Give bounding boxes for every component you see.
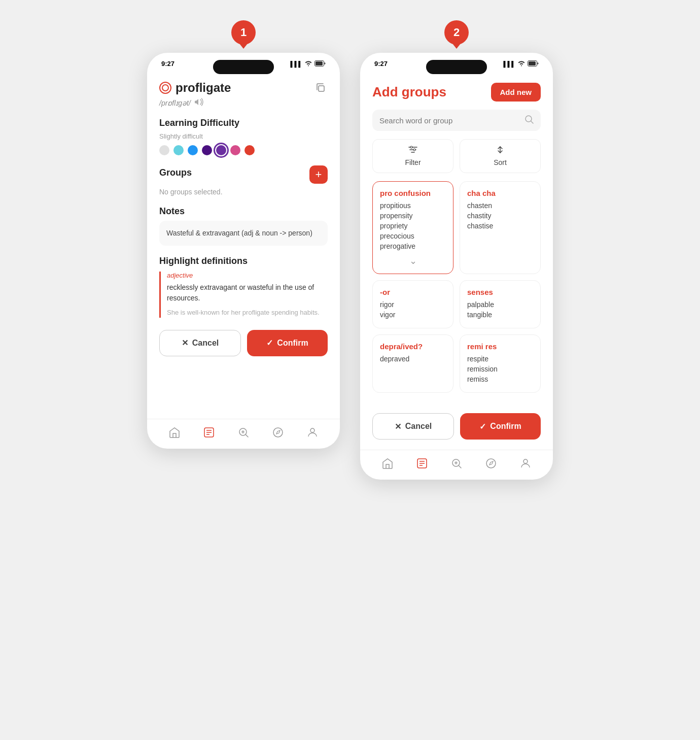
confirm-button-2[interactable]: ✓ Confirm <box>460 413 541 440</box>
cancel-button-1[interactable]: ✕ Cancel <box>159 330 241 356</box>
word-logo: profligate <box>159 81 231 95</box>
group-word-5-2: remiss <box>467 375 533 383</box>
nav-list-1[interactable] <box>203 426 215 439</box>
dot-1[interactable] <box>159 145 169 155</box>
sort-button[interactable]: Sort <box>460 139 541 173</box>
group-word-0-2: propriety <box>380 222 446 230</box>
nav-zoom-2[interactable] <box>450 457 463 469</box>
group-word-0-4: prerogative <box>380 242 446 250</box>
wifi-icon-1 <box>304 60 312 68</box>
group-word-3-1: tangible <box>467 311 533 319</box>
notch-2 <box>426 60 487 74</box>
nav-user-2[interactable] <box>519 457 532 469</box>
phone2-container: 2 9:27 ▌▌▌ <box>360 20 553 480</box>
difficulty-sublabel: Slightly difficult <box>159 132 328 140</box>
audio-icon[interactable] <box>195 98 204 108</box>
phone2-content: Add groups Add new <box>360 73 553 450</box>
svg-point-20 <box>410 146 412 148</box>
notes-title: Notes <box>159 206 328 217</box>
show-more-0[interactable]: ⌄ <box>380 252 446 266</box>
add-groups-title: Add groups <box>372 84 446 100</box>
status-bar-2: 9:27 ▌▌▌ <box>360 53 553 73</box>
group-card-4[interactable]: depra/ived? depraved <box>372 334 453 393</box>
dot-6[interactable] <box>230 145 240 155</box>
learning-difficulty-title: Learning Difficulty <box>159 118 328 128</box>
bottom-nav-1 <box>147 419 340 449</box>
confirm-label-1: Confirm <box>277 339 308 348</box>
groups-grid: pro confusion propitious propensity prop… <box>360 181 553 393</box>
confirm-button-1[interactable]: ✓ Confirm <box>247 330 328 356</box>
step2-badge: 2 <box>444 20 469 45</box>
group-word-3-0: palpable <box>467 300 533 309</box>
group-card-1[interactable]: cha cha chasten chastity chastise <box>460 181 541 274</box>
cancel-x-icon-1: ✕ <box>182 338 188 348</box>
no-groups-text: No groups selected. <box>159 188 328 196</box>
nav-home-2[interactable] <box>381 457 394 469</box>
group-word-0-3: precocious <box>380 232 446 240</box>
groups-header: Groups + <box>159 165 328 184</box>
signal-icon-2: ▌▌▌ <box>504 61 515 67</box>
step1-badge: 1 <box>231 20 256 45</box>
example-text: She is well-known for her profligate spe… <box>167 308 328 318</box>
confirm-check-icon-1: ✓ <box>266 338 273 348</box>
phone1-container: 1 9:27 ▌▌▌ <box>147 20 340 449</box>
pronunciation: /prɒflɪgət/ <box>159 98 328 108</box>
notes-section: Notes Wasteful & extravagant (adj & noun… <box>159 206 328 246</box>
highlight-definitions-section: Highlight definitions adjective reckless… <box>159 256 328 318</box>
nav-compass-1[interactable] <box>272 426 284 439</box>
group-word-1-2: chastise <box>467 222 533 230</box>
confirm-label-2: Confirm <box>490 422 521 431</box>
svg-point-32 <box>523 459 528 463</box>
svg-point-31 <box>486 459 496 468</box>
group-name-5: remi res <box>467 342 533 351</box>
group-card-0[interactable]: pro confusion propitious propensity prop… <box>372 181 453 274</box>
search-bar[interactable] <box>372 110 541 131</box>
nav-list-2[interactable] <box>416 457 428 469</box>
group-word-5-1: remission <box>467 365 533 373</box>
nav-zoom-1[interactable] <box>237 426 250 439</box>
nav-user-1[interactable] <box>306 426 319 439</box>
word-logo-icon <box>159 82 171 94</box>
group-card-2[interactable]: -or rigor vigor <box>372 280 453 328</box>
groups-label: Groups <box>159 167 192 178</box>
phone2: 9:27 ▌▌▌ <box>360 53 553 480</box>
add-new-button[interactable]: Add new <box>491 83 541 102</box>
dot-5[interactable] <box>216 145 226 155</box>
battery-icon-2 <box>528 60 539 68</box>
group-card-5[interactable]: remi res respite remission remiss <box>460 334 541 393</box>
definition-block: adjective recklessly extravagant or wast… <box>159 272 328 318</box>
page-wrapper: 1 9:27 ▌▌▌ <box>147 20 553 480</box>
phone1-content: profligate /prɒflɪgət/ <box>147 73 340 419</box>
cancel-label-1: Cancel <box>192 339 219 348</box>
nav-compass-2[interactable] <box>485 457 497 469</box>
dot-4[interactable] <box>202 145 212 155</box>
cancel-button-2[interactable]: ✕ Cancel <box>372 413 454 440</box>
highlight-definitions-title: Highlight definitions <box>159 256 328 266</box>
learning-difficulty-section: Learning Difficulty Slightly difficult <box>159 118 328 155</box>
dot-3[interactable] <box>188 145 198 155</box>
add-group-button[interactable]: + <box>309 165 328 184</box>
confirm-check-icon-2: ✓ <box>479 422 486 431</box>
cancel-label-2: Cancel <box>405 422 432 431</box>
filter-button[interactable]: Filter <box>372 139 453 173</box>
dot-2[interactable] <box>173 145 184 155</box>
copy-icon[interactable] <box>313 81 328 95</box>
signal-icon-1: ▌▌▌ <box>291 61 302 67</box>
svg-rect-2 <box>319 86 324 91</box>
bottom-nav-2 <box>360 450 553 480</box>
svg-line-28 <box>459 466 462 468</box>
group-name-4: depra/ived? <box>380 342 446 351</box>
group-word-4-0: depraved <box>380 355 446 363</box>
difficulty-dots <box>159 145 328 155</box>
group-word-5-0: respite <box>467 355 533 363</box>
word-header: profligate <box>159 81 328 95</box>
group-word-2-0: rigor <box>380 300 446 309</box>
time-2: 9:27 <box>374 60 388 68</box>
dot-7[interactable] <box>244 145 255 155</box>
svg-point-12 <box>310 428 314 432</box>
search-input[interactable] <box>379 116 520 125</box>
group-card-3[interactable]: senses palpable tangible <box>460 280 541 328</box>
search-icon <box>524 115 534 126</box>
nav-home-1[interactable] <box>168 426 181 439</box>
sort-icon <box>495 146 505 155</box>
